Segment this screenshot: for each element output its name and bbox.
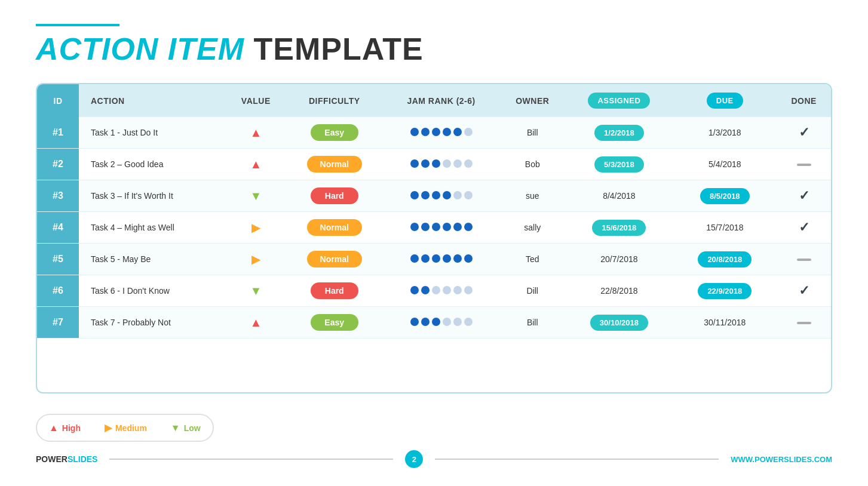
difficulty-badge: Normal [307, 156, 362, 173]
cell-owner: sally [499, 212, 566, 244]
brand-logo: POWERSLIDES [36, 454, 97, 464]
legend: ▲ High ▶ Medium ▼ Low [36, 414, 214, 442]
cell-done: ✓ [777, 180, 831, 212]
cell-jam-rank [383, 307, 499, 339]
cell-action: Task 1 - Just Do It [79, 117, 226, 149]
dot-filled-icon [432, 128, 440, 136]
cell-value: ▼ [226, 180, 286, 212]
table-row: #3Task 3 – If It's Worth It▼Hardsue8/4/2… [37, 180, 831, 212]
jam-dots [410, 191, 473, 199]
cell-id: #1 [37, 117, 79, 149]
table-row: #4Task 4 – Might as Well▶Normalsally15/6… [37, 212, 831, 244]
cell-due: 8/5/2018 [673, 180, 777, 212]
dot-empty-icon [432, 286, 440, 294]
dot-filled-icon [432, 223, 440, 231]
cell-action: Task 7 - Probably Not [79, 307, 226, 339]
dot-filled-icon [443, 223, 451, 231]
cell-value: ▼ [226, 275, 286, 307]
dot-empty-icon [453, 191, 462, 199]
arrow-up-icon: ▲ [49, 423, 59, 433]
jam-dots [410, 318, 473, 326]
table-row: #2Task 2 – Good Idea▲NormalBob5/3/20185/… [37, 149, 831, 180]
cell-jam-rank [383, 149, 499, 180]
footer-line-left [109, 459, 393, 460]
dot-empty-icon [453, 286, 462, 294]
cell-jam-rank [383, 244, 499, 275]
page-title: ACTION ITEM TEMPLATE [36, 32, 832, 66]
cell-jam-rank [383, 117, 499, 149]
difficulty-badge: Normal [307, 251, 362, 267]
dot-filled-icon [453, 254, 462, 263]
title-accent: ACTION ITEM [36, 32, 244, 66]
cell-done: ✓ [777, 117, 831, 149]
title-decorative-line [36, 24, 119, 26]
difficulty-badge: Easy [311, 124, 358, 141]
cell-due: 20/8/2018 [673, 244, 777, 275]
value-arrow-up-icon: ▲ [250, 158, 262, 171]
value-arrow-right-icon: ▶ [251, 221, 260, 234]
cell-done: ✓ [777, 212, 831, 244]
cell-owner: Ted [499, 244, 566, 275]
cell-owner: Bill [499, 307, 566, 339]
cell-due: 15/7/2018 [673, 212, 777, 244]
jam-dots [410, 286, 473, 294]
dot-filled-icon [421, 191, 430, 199]
assigned-header-badge: ASSIGNED [588, 93, 650, 109]
assigned-date-badge: 15/6/2018 [592, 220, 646, 236]
jam-dots [410, 223, 473, 231]
due-date-badge: 20/8/2018 [698, 251, 752, 267]
jam-dots [410, 128, 473, 136]
cell-difficulty: Hard [286, 180, 383, 212]
action-item-table: ID ACTION VALUE DIFFICULTY JAM RANK (2-6… [36, 83, 832, 393]
cell-action: Task 6 - I Don't Know [79, 275, 226, 307]
dot-filled-icon [410, 159, 419, 168]
cell-difficulty: Hard [286, 275, 383, 307]
cell-value: ▶ [226, 212, 286, 244]
dot-filled-icon [421, 318, 430, 326]
dot-filled-icon [410, 254, 419, 263]
cell-due: 1/3/2018 [673, 117, 777, 149]
cell-value: ▲ [226, 149, 286, 180]
cell-id: #2 [37, 149, 79, 180]
cell-difficulty: Normal [286, 212, 383, 244]
table-row: #5Task 5 - May Be▶NormalTed20/7/201820/8… [37, 244, 831, 275]
cell-assigned: 5/3/2018 [566, 149, 673, 180]
cell-done [777, 149, 831, 180]
cell-done [777, 307, 831, 339]
dot-filled-icon [453, 223, 462, 231]
cell-difficulty: Easy [286, 307, 383, 339]
checkmark-icon: ✓ [799, 125, 809, 140]
cell-assigned: 1/2/2018 [566, 117, 673, 149]
cell-difficulty: Normal [286, 244, 383, 275]
cell-value: ▲ [226, 307, 286, 339]
difficulty-badge: Hard [311, 282, 358, 299]
due-date-badge: 22/9/2018 [698, 283, 752, 299]
cell-owner: sue [499, 180, 566, 212]
slide: ACTION ITEM TEMPLATE ID ACTION VALUE DIF… [0, 0, 868, 486]
cell-id: #6 [37, 275, 79, 307]
dash-icon [797, 164, 811, 166]
cell-jam-rank [383, 212, 499, 244]
checkmark-icon: ✓ [799, 220, 809, 235]
cell-id: #4 [37, 212, 79, 244]
title-area: ACTION ITEM TEMPLATE [36, 24, 832, 66]
cell-due: 22/9/2018 [673, 275, 777, 307]
dot-filled-icon [421, 254, 430, 263]
assigned-date-badge: 1/2/2018 [594, 125, 644, 141]
col-header-due: DUE [673, 84, 777, 117]
value-arrow-up-icon: ▲ [250, 126, 262, 139]
cell-due: 5/4/2018 [673, 149, 777, 180]
cell-assigned: 15/6/2018 [566, 212, 673, 244]
value-arrow-up-icon: ▲ [250, 316, 262, 329]
cell-assigned: 8/4/2018 [566, 180, 673, 212]
legend-low: ▼ Low [171, 423, 201, 433]
cell-owner: Dill [499, 275, 566, 307]
col-header-action: ACTION [79, 84, 226, 117]
value-arrow-right-icon: ▶ [251, 253, 260, 266]
jam-dots [410, 159, 473, 168]
due-date-badge: 8/5/2018 [700, 188, 750, 204]
cell-difficulty: Normal [286, 149, 383, 180]
dot-filled-icon [432, 191, 440, 199]
dot-filled-icon [443, 191, 451, 199]
dot-filled-icon [464, 254, 473, 263]
